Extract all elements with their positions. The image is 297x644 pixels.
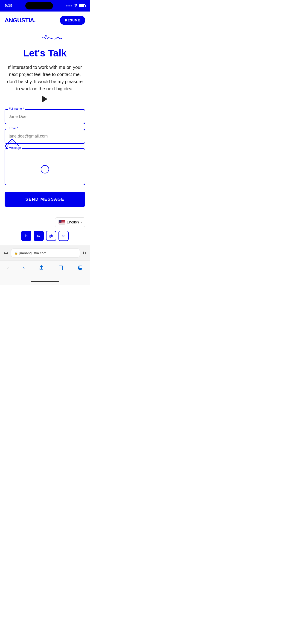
wifi-icon bbox=[74, 4, 78, 8]
bookmarks-button[interactable] bbox=[56, 264, 65, 273]
svg-rect-7 bbox=[79, 266, 82, 268]
bottom-nav: ‹ › bbox=[0, 260, 90, 278]
fullname-input[interactable] bbox=[4, 109, 85, 124]
email-field-group: Email * bbox=[4, 129, 85, 144]
forward-button[interactable]: › bbox=[21, 263, 26, 273]
language-label: English bbox=[67, 220, 79, 224]
lets-talk-heading: Let's Talk bbox=[4, 48, 85, 59]
bookmarks-icon bbox=[58, 265, 63, 271]
forward-icon: › bbox=[23, 265, 25, 271]
play-icon-area bbox=[4, 97, 85, 102]
message-textarea[interactable] bbox=[4, 148, 85, 185]
svg-point-0 bbox=[45, 35, 47, 36]
url-bar[interactable]: 🔒 juanangustia.com bbox=[11, 248, 80, 258]
language-switcher-area: English › bbox=[0, 214, 90, 229]
status-notch bbox=[25, 2, 53, 10]
main-content: Let's Talk If interested to work with me… bbox=[0, 45, 90, 214]
language-button[interactable]: English › bbox=[55, 218, 85, 227]
back-icon: ‹ bbox=[7, 265, 9, 271]
us-flag-icon bbox=[58, 220, 65, 224]
tabs-button[interactable] bbox=[76, 264, 84, 273]
share-icon bbox=[39, 265, 44, 271]
send-message-button[interactable]: SEND MESSAGE bbox=[4, 192, 85, 207]
fullname-label: Full name * bbox=[8, 107, 25, 110]
social-button-linkedin[interactable]: in bbox=[21, 231, 31, 241]
squiggle-decoration bbox=[0, 29, 90, 45]
hero-description: If interested to work with me on your ne… bbox=[4, 64, 85, 92]
refresh-icon[interactable]: ↻ bbox=[83, 250, 86, 256]
email-label: Email * bbox=[8, 126, 19, 130]
chevron-right-icon: › bbox=[80, 220, 82, 224]
nav-header: ANGUSTIA. RESUME bbox=[0, 12, 90, 29]
contact-form: Full name * Email * Message SEND MESSAGE bbox=[4, 109, 85, 207]
play-icon bbox=[42, 96, 48, 102]
status-time: 9:19 bbox=[4, 4, 12, 8]
share-button[interactable] bbox=[37, 264, 46, 273]
tabs-icon bbox=[78, 265, 83, 271]
url-text: juanangustia.com bbox=[19, 251, 46, 255]
lock-icon: 🔒 bbox=[14, 252, 18, 255]
signal-dots bbox=[66, 5, 72, 6]
fullname-field-group: Full name * bbox=[4, 109, 85, 124]
resume-button[interactable]: RESUME bbox=[60, 16, 85, 25]
back-button[interactable]: ‹ bbox=[5, 263, 10, 273]
status-bar: 9:19 bbox=[0, 0, 90, 12]
social-button-behance[interactable]: be bbox=[58, 231, 68, 241]
status-icons bbox=[66, 4, 85, 8]
social-button-github[interactable]: gh bbox=[46, 231, 56, 241]
browser-bar: AA 🔒 juanangustia.com ↻ bbox=[0, 246, 90, 260]
svg-point-1 bbox=[56, 37, 57, 38]
battery-icon bbox=[79, 4, 85, 7]
home-bar bbox=[31, 281, 59, 282]
home-indicator bbox=[0, 278, 90, 286]
social-row: in tw gh be bbox=[0, 229, 90, 246]
app-logo: ANGUSTIA. bbox=[4, 17, 36, 24]
text-size-control[interactable]: AA bbox=[4, 251, 8, 255]
message-label: Message bbox=[8, 146, 22, 150]
message-field-group: Message bbox=[4, 148, 85, 186]
social-button-twitter[interactable]: tw bbox=[34, 231, 44, 241]
